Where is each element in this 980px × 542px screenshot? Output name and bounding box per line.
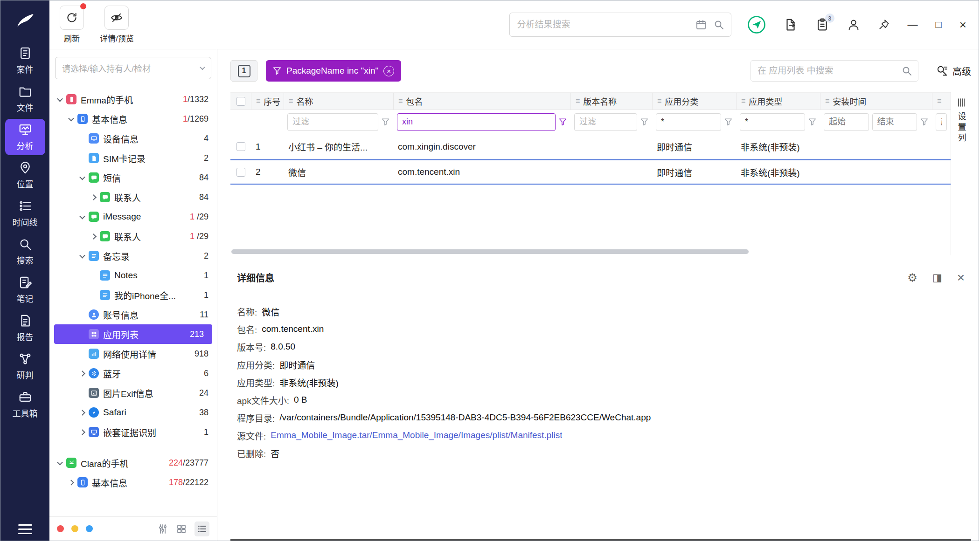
tree-item-basic-info[interactable]: 基本信息 1/1269 (49, 109, 217, 129)
location-pin-icon (18, 161, 32, 175)
panel-layout-toggle-icon[interactable]: ◨ (932, 273, 942, 283)
blue-tag-filter-dot[interactable] (86, 525, 93, 532)
tree-item-emma-phone[interactable]: Emma的手机 1/1332 (49, 89, 217, 109)
select-all-checkbox[interactable] (236, 97, 245, 106)
tree-item-clara-basic-info[interactable]: 基本信息 178/22122 (49, 473, 217, 492)
sidebar-item-label: 工具箱 (13, 407, 38, 419)
red-tag-filter-dot[interactable] (57, 525, 64, 532)
tree-item-notes[interactable]: Notes 1 (49, 266, 217, 285)
tree-footer-bar (49, 516, 217, 541)
funnel-active-icon[interactable] (559, 118, 567, 126)
logo-swoosh-icon (15, 11, 35, 29)
sidebar-item-notes[interactable]: 笔记 (5, 272, 45, 308)
sidebar-item-timeline[interactable]: 时间线 (5, 195, 45, 232)
send-report-button[interactable] (747, 15, 766, 34)
filter-next-start-input[interactable] (936, 113, 947, 131)
refresh-button[interactable]: 刷新 (60, 6, 84, 44)
tree-item-app-list[interactable]: 应用列表 213 (54, 324, 212, 344)
tree-item-device-info[interactable]: 设备信息 4 (49, 129, 217, 148)
filter-install-start-input[interactable] (824, 113, 869, 131)
remove-filter-icon[interactable]: × (383, 66, 394, 76)
funnel-icon[interactable] (640, 118, 648, 126)
filter-version-input[interactable] (574, 113, 637, 131)
table-row-selected[interactable]: 2 微信 com.tencent.xin 即时通信 非系统(非预装) (230, 159, 951, 185)
tree-item-account-info[interactable]: 账号信息 11 (49, 305, 217, 324)
funnel-icon[interactable] (382, 118, 389, 126)
funnel-icon[interactable] (920, 118, 928, 126)
task-count-badge: 3 (825, 14, 834, 23)
col-header-version[interactable]: ≡版本名称 (570, 93, 652, 110)
tree-item-memos[interactable]: 备忘录 2 (49, 246, 217, 266)
holder-select-dropdown[interactable]: 请选择/输入持有人/检材 (55, 57, 211, 79)
chevron-down-icon (68, 115, 74, 121)
tree-item-network-usage[interactable]: 网络使用详情 918 (49, 344, 217, 364)
tree-item-safari[interactable]: Safari 38 (49, 403, 217, 422)
cell-type: 非系统(非预装) (736, 166, 820, 178)
tree-item-sms-contacts[interactable]: 联系人 84 (49, 187, 217, 207)
sidebar-item-research[interactable]: 研判 (5, 348, 45, 384)
tree-item-my-iphone[interactable]: 我的iPhone全... 1 (49, 285, 217, 305)
export-button[interactable] (784, 18, 798, 32)
filter-package-input[interactable] (397, 113, 556, 131)
funnel-icon[interactable] (808, 118, 816, 126)
sidebar-item-location[interactable]: 位置 (5, 157, 45, 193)
detail-settings-gear-icon[interactable]: ⚙ (907, 272, 917, 283)
calendar-icon[interactable] (695, 19, 707, 30)
source-file-link[interactable]: Emma_Mobile_Image.tar/Emma_Mobile_Image/… (271, 430, 562, 440)
funnel-icon[interactable] (724, 118, 732, 126)
tree-item-nested-evidence[interactable]: 嵌套证据识别 1 (49, 422, 217, 442)
col-header-name[interactable]: ≡名称 (284, 93, 393, 110)
filter-chip-packagename[interactable]: PackageName inc "xin" × (266, 60, 401, 82)
tree-item-sim-records[interactable]: SIM卡记录 2 (49, 148, 217, 168)
user-account-button[interactable] (847, 18, 860, 31)
detail-close-icon[interactable]: × (957, 271, 965, 284)
sidebar-item-case[interactable]: 案件 (5, 42, 45, 79)
global-search-input[interactable] (516, 19, 689, 30)
grid-view-icon[interactable] (176, 523, 187, 535)
preview-toggle-button[interactable]: 详情/预览 (100, 6, 134, 44)
maximize-button[interactable]: □ (936, 20, 942, 30)
pin-window-button[interactable] (878, 19, 890, 31)
cell-package: com.tencent.xin (393, 167, 570, 177)
row-checkbox[interactable] (236, 168, 245, 177)
sidebar-item-analysis[interactable]: 分析 (5, 119, 45, 155)
search-submit-icon[interactable] (713, 19, 724, 30)
tree-item-clara-phone[interactable]: Clara的手机 224/23777 (49, 453, 217, 473)
sidebar-item-report[interactable]: 报告 (5, 310, 45, 346)
tree-item-imessage[interactable]: iMessage 1 /29 (49, 207, 217, 226)
horizontal-scrollbar-thumb[interactable] (231, 249, 749, 254)
filter-category-cell (652, 113, 736, 131)
advanced-search-button[interactable]: 高级 (936, 64, 971, 78)
close-window-button[interactable]: × (959, 19, 966, 31)
hamburger-menu-icon[interactable] (18, 524, 32, 534)
sidebar-item-toolbox[interactable]: 工具箱 (5, 386, 45, 423)
filter-name-input[interactable] (287, 113, 378, 131)
col-header-package[interactable]: ≡包名 (393, 93, 570, 110)
task-list-button[interactable]: 3 (815, 18, 829, 32)
col-header-install-time[interactable]: ≡安装时间 (820, 93, 932, 110)
col-header-type[interactable]: ≡应用类型 (736, 93, 820, 110)
search-icon[interactable] (901, 65, 912, 76)
tree-item-imessage-contacts[interactable]: 联系人 1 /29 (49, 226, 217, 246)
filter-type-input[interactable] (740, 113, 805, 131)
list-search-input[interactable] (757, 65, 897, 76)
filter-category-input[interactable] (656, 113, 721, 131)
result-tab-1[interactable]: 1 (230, 60, 257, 82)
tree-item-sms[interactable]: 短信 84 (49, 168, 217, 187)
column-settings-tab[interactable]: 设置列 (951, 92, 971, 255)
yellow-tag-filter-dot[interactable] (71, 525, 78, 532)
col-header-index[interactable]: ≡序号 (251, 93, 284, 110)
list-view-icon[interactable] (195, 521, 209, 536)
col-header-partial[interactable]: ≡ (932, 93, 951, 110)
tree-item-bluetooth[interactable]: 蓝牙 6 (49, 364, 217, 383)
filter-install-end-input[interactable] (872, 113, 917, 131)
col-header-category[interactable]: ≡应用分类 (652, 93, 736, 110)
sidebar-item-files[interactable]: 文件 (5, 81, 45, 117)
tree-item-image-exif[interactable]: 图片Exif信息 24 (49, 383, 217, 403)
row-checkbox[interactable] (236, 142, 245, 151)
select-all-cell (230, 93, 251, 110)
sidebar-item-search[interactable]: 搜索 (5, 233, 45, 270)
adjust-tune-icon[interactable] (157, 523, 168, 535)
table-row[interactable]: 1 小红书 – 你的生活... com.xingin.discover 即时通信… (230, 134, 951, 159)
minimize-button[interactable]: — (908, 20, 918, 30)
